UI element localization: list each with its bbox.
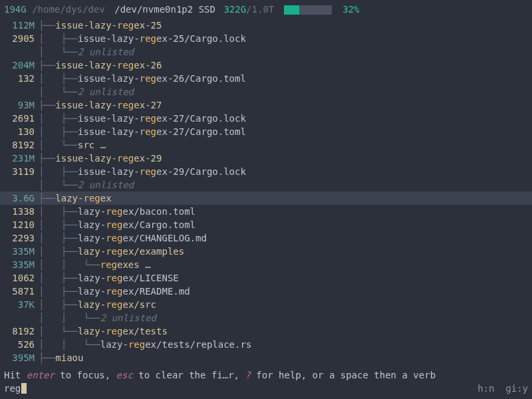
size-cell: 132 xyxy=(4,72,35,85)
dir-name: src … xyxy=(78,138,106,152)
tree-unlisted: │ └──2 unlisted xyxy=(0,85,532,98)
tree-row[interactable]: 1210│ ├──lazy-regex/Cargo.toml xyxy=(0,218,532,231)
tree-row[interactable]: 8192│ └──src … xyxy=(0,138,532,152)
tree-branch: │ ├── xyxy=(39,245,78,258)
key-help: ? xyxy=(245,370,250,380)
disk-gauge xyxy=(284,5,332,15)
size-cell: 112M xyxy=(4,19,35,32)
tree-row[interactable]: 5871│ ├──lazy-regex/README.md xyxy=(0,285,532,298)
key-esc: esc xyxy=(116,370,133,380)
dir-name: issue-lazy-regex-26 xyxy=(55,59,162,72)
file-name: lazy-regex/bacon.toml xyxy=(78,205,196,218)
hint-line: Hit enter to focus, esc to clear the fi…… xyxy=(4,368,528,382)
tree-branch: │ │ └── xyxy=(39,338,100,351)
tree-row[interactable]: 204M├──issue-lazy-regex-26 xyxy=(0,59,532,72)
file-name: issue-lazy-regex-26/Cargo.toml xyxy=(78,72,246,85)
tree-row[interactable]: 8192│ └──lazy-regex/tests xyxy=(0,325,532,338)
unlisted-label: 2 unlisted xyxy=(78,85,134,98)
tree-branch: │ └── xyxy=(39,45,78,59)
tree-branch: │ ├── xyxy=(39,32,78,45)
tree-row[interactable]: 112M├──issue-lazy-regex-25 xyxy=(0,19,532,32)
disk-pct: 32% xyxy=(342,4,359,15)
tree-row[interactable]: 3.6G├──lazy-regex xyxy=(0,192,532,205)
size-cell: 8192 xyxy=(4,325,35,338)
file-name: lazy-regex/tests/replace.rs xyxy=(100,338,252,351)
tree-branch: │ ├── xyxy=(39,271,78,285)
tree-branch: │ ├── xyxy=(39,165,78,178)
size-cell: 395M xyxy=(4,351,35,364)
tree-row[interactable]: 130│ ├──issue-lazy-regex-27/Cargo.toml xyxy=(0,125,532,138)
file-name: lazy-regex/README.md xyxy=(78,285,190,298)
tree-row[interactable]: 2293│ ├──lazy-regex/CHANGELOG.md xyxy=(0,231,532,245)
tree-branch: ├── xyxy=(39,192,55,205)
footer: Hit enter to focus, esc to clear the fi…… xyxy=(0,366,532,399)
tree-branch: │ └── xyxy=(39,178,78,192)
tree-branch: ├── xyxy=(39,19,55,32)
size-cell: 335M xyxy=(4,258,35,271)
unlisted-label: 2 unlisted xyxy=(100,311,156,325)
file-tree[interactable]: 112M├──issue-lazy-regex-252905│ ├──issue… xyxy=(0,17,532,366)
cursor xyxy=(21,383,27,394)
tree-branch: │ └── xyxy=(39,85,78,98)
tree-branch: │ ├── xyxy=(39,205,78,218)
tree-branch: │ └── xyxy=(39,138,78,152)
size-cell: 335M xyxy=(4,245,35,258)
unlisted-label: 2 unlisted xyxy=(78,45,134,59)
tree-branch: │ ├── xyxy=(39,298,78,311)
key-enter: enter xyxy=(27,370,55,380)
tree-row[interactable]: 93M├──issue-lazy-regex-27 xyxy=(0,98,532,112)
tree-unlisted: │ │ └──2 unlisted xyxy=(0,311,532,325)
disk-used: 322G xyxy=(223,4,246,15)
tree-row[interactable]: 1338│ ├──lazy-regex/bacon.toml xyxy=(0,205,532,218)
tree-branch: │ ├── xyxy=(39,72,78,85)
tree-unlisted: │ └──2 unlisted xyxy=(0,178,532,192)
tree-row[interactable]: 231M├──issue-lazy-regex-29 xyxy=(0,152,532,165)
tree-row[interactable]: 526│ │ └──lazy-regex/tests/replace.rs xyxy=(0,338,532,351)
size-cell: 93M xyxy=(4,98,35,112)
size-cell: 3.6G xyxy=(4,192,35,205)
file-name: issue-lazy-regex-29/Cargo.lock xyxy=(78,165,246,178)
dir-name: issue-lazy-regex-27 xyxy=(55,98,162,112)
size-cell: 2293 xyxy=(4,231,35,245)
tree-branch: │ ├── xyxy=(39,285,78,298)
dir-name: issue-lazy-regex-29 xyxy=(55,152,162,165)
tree-row[interactable]: 3119│ ├──issue-lazy-regex-29/Cargo.lock xyxy=(0,165,532,178)
size-cell: 37K xyxy=(4,298,35,311)
file-name: issue-lazy-regex-27/Cargo.toml xyxy=(78,125,246,138)
size-cell: 231M xyxy=(4,152,35,165)
disk-total: /1.0T xyxy=(246,4,274,15)
tree-row[interactable]: 335M│ ├──lazy-regex/examples xyxy=(0,245,532,258)
tree-row[interactable]: 37K│ ├──lazy-regex/src xyxy=(0,298,532,311)
size-cell: 130 xyxy=(4,125,35,138)
size-cell: 2691 xyxy=(4,112,35,125)
size-cell: 3119 xyxy=(4,165,35,178)
tree-row[interactable]: 2905│ ├──issue-lazy-regex-25/Cargo.lock xyxy=(0,32,532,45)
tree-row[interactable]: 132│ ├──issue-lazy-regex-26/Cargo.toml xyxy=(0,72,532,85)
root-size: 194G xyxy=(4,4,27,15)
header: 194G /home/dys/dev /dev/nvme0n1p2 SSD 32… xyxy=(0,0,532,17)
tree-branch: │ ├── xyxy=(39,231,78,245)
tree-row[interactable]: 1062│ ├──lazy-regex/LICENSE xyxy=(0,271,532,285)
tree-branch: ├── xyxy=(39,351,55,364)
tree-row[interactable]: 395M├──miaou xyxy=(0,351,532,364)
dir-name: miaou xyxy=(55,351,83,364)
tree-branch: │ ├── xyxy=(39,112,78,125)
dir-name: lazy-regex xyxy=(55,192,111,205)
file-name: lazy-regex/CHANGELOG.md xyxy=(78,231,207,245)
tree-branch: │ │ └── xyxy=(39,258,100,271)
dir-name: lazy-regex/src xyxy=(78,298,156,311)
tree-unlisted: │ └──2 unlisted xyxy=(0,45,532,59)
tree-row[interactable]: 335M│ │ └──regexes … xyxy=(0,258,532,271)
input-line[interactable]: reg h:n gi:y xyxy=(4,382,528,395)
file-name: lazy-regex/LICENSE xyxy=(78,271,179,285)
status-flags: h:n gi:y xyxy=(477,382,528,395)
size-cell: 204M xyxy=(4,59,35,72)
search-input[interactable]: reg xyxy=(4,382,21,395)
tree-branch: │ ├── xyxy=(39,218,78,231)
size-cell: 1338 xyxy=(4,205,35,218)
disk-gauge-fill xyxy=(284,5,299,15)
tree-row[interactable]: 2691│ ├──issue-lazy-regex-27/Cargo.lock xyxy=(0,112,532,125)
tree-branch: │ ├── xyxy=(39,125,78,138)
dir-name: lazy-regex/tests xyxy=(78,325,168,338)
file-name: issue-lazy-regex-27/Cargo.lock xyxy=(78,112,246,125)
